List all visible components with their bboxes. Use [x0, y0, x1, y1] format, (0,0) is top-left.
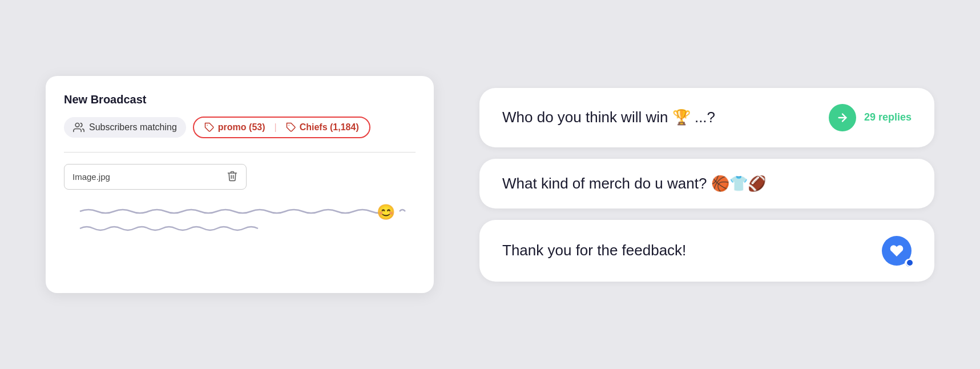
subscribers-row: Subscribers matching promo (53) | Chiefs… [64, 117, 416, 138]
subscribers-badge[interactable]: Subscribers matching [64, 117, 186, 138]
delete-image-button[interactable] [227, 170, 238, 183]
message-card-2[interactable]: What kind of merch do u want? 🏀👕🏈 [479, 159, 934, 208]
message-actions-3 [882, 236, 912, 266]
new-broadcast-panel: New Broadcast Subscribers matching promo… [46, 76, 434, 293]
notification-dot [906, 259, 914, 267]
users-icon [73, 122, 84, 133]
subscribers-label: Subscribers matching [89, 122, 177, 133]
reaction-icon [882, 236, 912, 266]
message-actions-1: 29 replies [829, 104, 912, 131]
tag-promo-label: promo (53) [218, 122, 265, 133]
messages-panel: Who do you think will win 🏆 ...? 29 repl… [479, 88, 934, 282]
message-card-1[interactable]: Who do you think will win 🏆 ...? 29 repl… [479, 88, 934, 147]
panel-title: New Broadcast [64, 93, 416, 106]
message-text-3: Thank you for the feedback! [502, 242, 686, 259]
tag-icon-promo [204, 122, 215, 133]
tag-separator: | [275, 122, 277, 133]
scribble-lines: 😊 [64, 201, 416, 241]
message-card-3[interactable]: Thank you for the feedback! [479, 220, 934, 282]
arrow-right-icon [836, 111, 849, 124]
tag-chiefs[interactable]: Chiefs (1,184) [286, 122, 359, 133]
tags-container[interactable]: promo (53) | Chiefs (1,184) [193, 117, 370, 138]
tag-icon-chiefs [286, 122, 296, 133]
image-field: Image.jpg [64, 164, 247, 190]
reply-arrow-button[interactable] [829, 104, 856, 131]
svg-text:😊: 😊 [377, 203, 396, 221]
heart-icon [889, 243, 904, 258]
message-text-2: What kind of merch do u want? 🏀👕🏈 [502, 175, 766, 192]
message-text-area[interactable]: 😊 [64, 201, 416, 243]
image-filename: Image.jpg [72, 172, 110, 182]
message-text-1: Who do you think will win 🏆 ...? [502, 109, 715, 126]
svg-point-0 [75, 123, 79, 127]
replies-count: 29 replies [864, 111, 912, 123]
tag-promo[interactable]: promo (53) [204, 122, 265, 133]
tag-chiefs-label: Chiefs (1,184) [300, 122, 359, 133]
divider [64, 152, 416, 153]
